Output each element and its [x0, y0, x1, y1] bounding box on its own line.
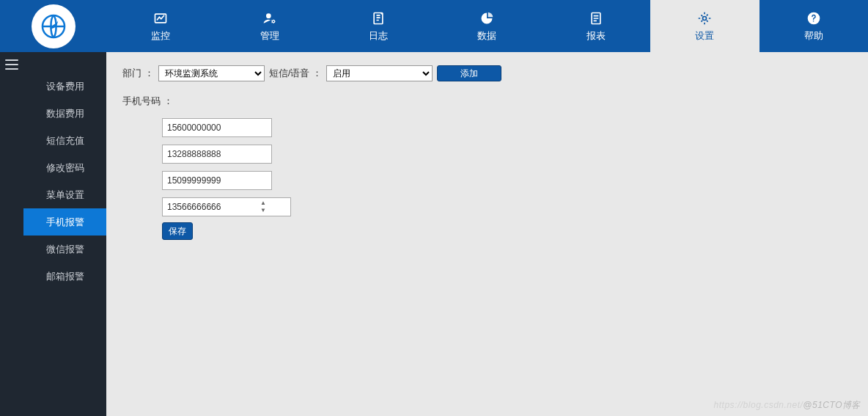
phone-input-3[interactable] [162, 171, 272, 190]
dept-label: 部门 ： [122, 67, 154, 80]
sidebar-item-sms-recharge[interactable]: 短信充值 [23, 127, 106, 154]
gear-icon [696, 10, 713, 26]
sidebar-item-label: 设备费用 [46, 80, 84, 93]
main-panel: 部门 ： 环境监测系统 短信/语音 ： 启用 添加 手机号码 ： ▲▼ 保存 [106, 52, 868, 416]
svg-point-3 [272, 20, 274, 22]
nav-log[interactable]: 日志 [324, 0, 433, 52]
phone-input-1[interactable] [162, 118, 272, 137]
svg-point-6 [703, 16, 707, 20]
sidebar-item-phone-alarm[interactable]: 手机报警 [23, 208, 106, 236]
sidebar-item-label: 修改密码 [46, 161, 84, 175]
sidebar-item-menu-settings[interactable]: 菜单设置 [23, 181, 106, 208]
sidebar-item-change-password[interactable]: 修改密码 [23, 154, 106, 181]
sidebar-item-label: 数据费用 [46, 107, 84, 120]
sidebar-item-label: 微信报警 [46, 243, 84, 256]
sidebar-toggle[interactable] [5, 59, 18, 70]
watermark: https://blog.csdn.net/@51CTO博客 [714, 399, 861, 412]
nav-help[interactable]: 帮助 [760, 0, 868, 52]
sidebar-item-data-fee[interactable]: 数据费用 [23, 100, 106, 127]
svg-point-8 [812, 20, 814, 21]
nav-data[interactable]: 数据 [433, 0, 541, 52]
sidebar-item-label: 邮箱报警 [46, 270, 84, 283]
sidebar-item-email-alarm[interactable]: 邮箱报警 [23, 263, 106, 290]
journal-icon [370, 10, 386, 26]
document-icon [588, 10, 604, 26]
logo-wrap [0, 0, 106, 52]
nav-label: 帮助 [804, 29, 823, 43]
nav-label: 数据 [477, 29, 496, 43]
nav-label: 监控 [151, 29, 170, 43]
nav-label: 设置 [695, 29, 714, 43]
phones-list: ▲▼ [162, 118, 272, 216]
nav-report[interactable]: 报表 [542, 0, 650, 52]
sidebar-item-label: 短信充值 [46, 134, 84, 147]
nav-label: 管理 [260, 29, 279, 43]
question-icon [806, 10, 822, 26]
phones-label: 手机号码 ： [122, 95, 852, 108]
sidebar-item-label: 菜单设置 [46, 189, 84, 202]
add-button[interactable]: 添加 [437, 65, 501, 81]
voice-select[interactable]: 启用 [326, 65, 433, 81]
sidebar-item-wechat-alarm[interactable]: 微信报警 [23, 236, 106, 263]
save-button[interactable]: 保存 [162, 222, 193, 240]
pie-chart-icon [479, 10, 495, 26]
top-nav: 监控 管理 日志 数据 报表 [106, 0, 868, 52]
sidebar: 设备费用 数据费用 短信充值 修改密码 菜单设置 手机报警 微信报警 邮箱报警 [23, 52, 106, 416]
nav-label: 报表 [586, 29, 606, 43]
phone-input-4[interactable] [162, 197, 291, 216]
user-gear-icon [262, 10, 278, 26]
nav-manage[interactable]: 管理 [215, 0, 323, 52]
voice-label: 短信/语音 ： [269, 67, 322, 80]
nav-label: 日志 [369, 29, 388, 43]
sidebar-item-device-fee[interactable]: 设备费用 [23, 73, 106, 100]
globe-leaf-icon [40, 12, 67, 40]
nav-settings[interactable]: 设置 [650, 0, 759, 52]
dept-select[interactable]: 环境监测系统 [158, 65, 265, 81]
nav-monitor[interactable]: 监控 [106, 0, 215, 52]
phone-input-2[interactable] [162, 145, 272, 164]
svg-point-2 [266, 13, 271, 18]
sidebar-item-label: 手机报警 [46, 216, 84, 229]
chart-line-icon [152, 10, 169, 26]
app-logo [32, 4, 76, 48]
